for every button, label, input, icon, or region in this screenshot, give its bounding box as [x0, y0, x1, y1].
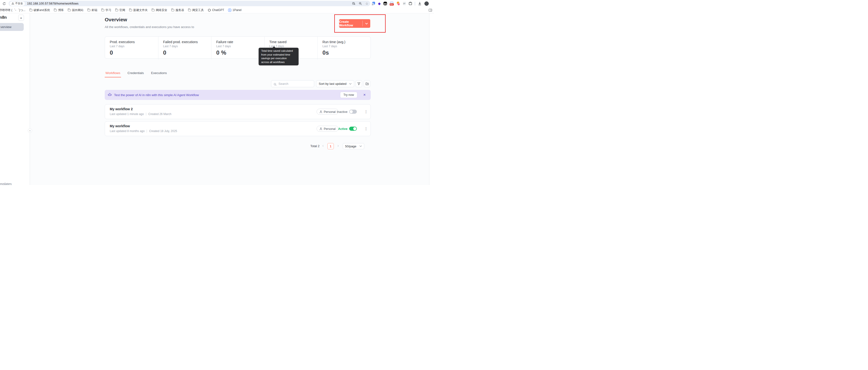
folder-icon	[188, 9, 191, 11]
owner-badge[interactable]: Personal	[317, 109, 338, 115]
address-bar[interactable]: 不安全 192.168.100.57:5678/home/workflows	[9, 1, 370, 6]
time-saved-tooltip: Total time saved calculated from your es…	[258, 48, 299, 65]
n8n-logo: n8n	[0, 15, 7, 20]
person-icon	[319, 127, 322, 130]
kebab-menu-icon[interactable]	[364, 126, 368, 131]
bookmark-folder[interactable]: 网安工具	[188, 8, 204, 12]
stat-failed-executions: Failed prod. executions Last 7 days 0	[158, 37, 211, 59]
filter-button[interactable]	[355, 80, 362, 87]
sort-label: Sort by last updated	[319, 82, 346, 86]
screenshot-extension-icon[interactable]: New	[390, 2, 394, 5]
try-now-button[interactable]: Try now	[340, 92, 357, 98]
warning-icon	[11, 2, 14, 5]
browser-window: 不安全 192.168.100.57:5678/home/workflows	[0, 0, 434, 185]
next-page-icon[interactable]	[337, 143, 339, 148]
bookmark-folder[interactable]: 博客	[54, 8, 64, 12]
sidebar: n8n verview mplates	[0, 13, 30, 185]
filter-icon	[357, 82, 361, 85]
chevron-down-icon[interactable]	[363, 19, 370, 28]
folder-icon	[68, 9, 71, 11]
zoom-in-icon[interactable]	[359, 2, 362, 5]
bookmark-1panel[interactable]: 1 1Panel	[228, 8, 241, 12]
meta-divider	[146, 113, 146, 116]
bookmark-folder[interactable]: 破解and系统	[29, 8, 50, 12]
workflow-name[interactable]: My workflow	[110, 124, 130, 128]
page-title: Overview	[105, 17, 127, 23]
folder-icon	[172, 9, 174, 11]
search-input[interactable]	[278, 81, 313, 87]
folder-icon	[54, 9, 57, 11]
stat-prod-executions: Prod. executions Last 7 days 0	[105, 37, 158, 59]
page-scrollbar[interactable]	[429, 13, 434, 185]
profile-avatar[interactable]	[425, 1, 429, 6]
search-icon	[274, 83, 277, 87]
bookmark-item[interactable]: 哔哩哔哩 (゜-゜)つ...	[0, 8, 25, 12]
sidebar-collapse-button[interactable]	[28, 128, 32, 133]
add-workflow-plus-button[interactable]	[18, 14, 24, 21]
clipboard-extension-icon[interactable]	[409, 2, 412, 5]
stat-run-time: Run time (avg.) Last 7 days 0s	[317, 37, 371, 59]
bookmark-folder[interactable]: 网络安全	[152, 8, 167, 12]
bookmark-folder[interactable]: 新建文件夹	[129, 8, 148, 12]
side-panel-icon[interactable]	[429, 8, 432, 13]
1panel-icon: 1	[228, 9, 231, 12]
tab-workflows[interactable]: Workflows	[105, 71, 121, 78]
page-subtitle: All the workflows, credentials and execu…	[105, 25, 194, 29]
page-number-button[interactable]: 1	[328, 143, 334, 149]
folder-icon	[101, 9, 104, 11]
close-icon[interactable]	[363, 92, 366, 97]
proxy-extension-icon[interactable]	[396, 2, 400, 5]
ip-extension-icon[interactable]: IP	[403, 2, 406, 5]
status-label: Inactive	[337, 110, 347, 114]
stats-bar: Prod. executions Last 7 days 0 Failed pr…	[105, 36, 371, 59]
tab-executions[interactable]: Executions	[150, 71, 167, 78]
workflow-name[interactable]: My workflow 2	[110, 107, 133, 111]
person-icon	[319, 110, 322, 113]
folder-plus-icon	[366, 82, 369, 85]
reload-icon[interactable]	[1, 1, 7, 6]
new-folder-button[interactable]	[364, 80, 370, 87]
stat-failure-rate: Failure rate Last 7 days 0 %	[211, 37, 264, 59]
new-badge: New	[390, 3, 394, 5]
translate-extension-icon[interactable]: G 文	[371, 2, 375, 5]
bookmark-star-icon[interactable]	[365, 2, 368, 5]
robot-icon	[108, 93, 112, 97]
black-app-extension-icon[interactable]	[383, 2, 387, 5]
purple-diamond-extension-icon[interactable]	[378, 1, 381, 6]
bookmark-folder[interactable]: 邮箱	[88, 8, 97, 12]
active-toggle[interactable]	[349, 110, 357, 114]
sort-dropdown[interactable]: Sort by last updated	[316, 80, 354, 87]
pagination: Total 2 1 50/page	[105, 143, 371, 149]
tab-credentials[interactable]: Credentials	[127, 71, 145, 78]
bookmark-chatgpt[interactable]: ChatGPT	[208, 8, 224, 12]
page-size-select[interactable]: 50/page	[343, 143, 364, 149]
sidebar-item-overview[interactable]: verview	[0, 23, 24, 31]
ai-promo-banner: Test the power of AI in n8n with this si…	[105, 90, 371, 100]
workflow-row[interactable]: My workflow 2 Last updated 1 minute ago …	[105, 104, 371, 119]
sidebar-item-templates[interactable]: mplates	[0, 182, 12, 185]
create-workflow-label[interactable]: Create Workflow	[339, 19, 362, 28]
workflow-row[interactable]: My workflow Last updated 8 months ago Cr…	[105, 121, 371, 136]
bookmark-folder[interactable]: 学习	[101, 8, 111, 12]
url-text[interactable]: 192.168.100.57:5678/home/workflows	[27, 2, 79, 5]
prev-page-icon[interactable]	[322, 143, 324, 148]
status-label: Active	[338, 127, 347, 131]
bookmark-folder[interactable]: 官网	[115, 8, 125, 12]
security-chip[interactable]: 不安全	[9, 1, 25, 6]
owner-badge[interactable]: Personal	[317, 126, 338, 132]
folder-icon	[152, 9, 155, 11]
translate-icon[interactable]	[352, 2, 355, 5]
bookmark-folder[interactable]: 国外网站	[68, 8, 84, 12]
create-workflow-button[interactable]: Create Workflow	[339, 19, 370, 28]
kebab-menu-icon[interactable]	[364, 110, 368, 114]
tab-bar: Workflows Credentials Executions	[105, 71, 167, 78]
meta-divider	[147, 130, 147, 132]
workflow-meta: Last updated 8 months ago Created 18 Jul…	[110, 129, 177, 133]
downloads-icon[interactable]	[418, 1, 422, 5]
active-toggle[interactable]	[349, 127, 357, 131]
browser-toolbar: 不安全 192.168.100.57:5678/home/workflows	[0, 0, 434, 7]
search-input-wrap	[271, 80, 314, 87]
banner-message: Test the power of AI in n8n with this si…	[114, 93, 199, 97]
bookmark-folder[interactable]: 服务器	[172, 8, 184, 12]
n8n-app: n8n verview mplates Overview All the wor…	[0, 13, 434, 185]
